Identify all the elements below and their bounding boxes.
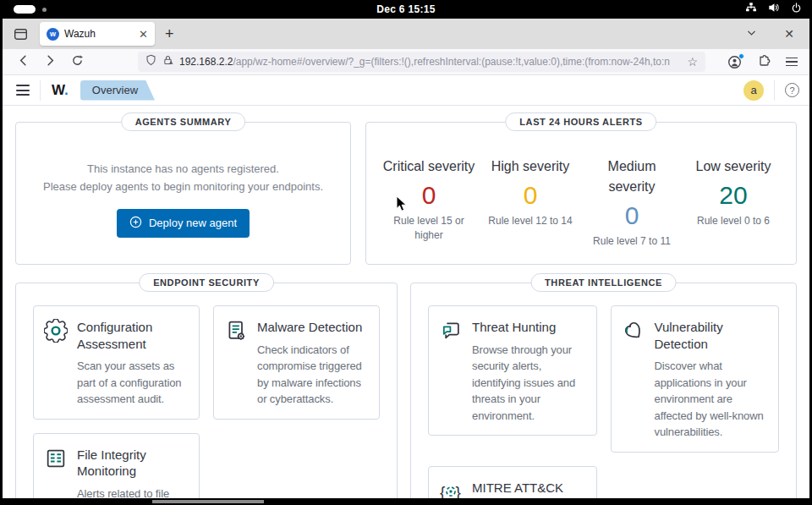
stat-sublabel: Rule level 12 to 14 xyxy=(480,214,581,228)
url-domain: 192.168.2.2 xyxy=(179,56,233,68)
threat-hunting-comment-icon xyxy=(439,317,463,424)
system-top-bar: Dec 6 15:15 xyxy=(0,0,812,19)
svg-text:}: } xyxy=(456,482,461,500)
sidebar-menu-icon[interactable] xyxy=(16,85,30,96)
user-avatar[interactable]: a xyxy=(743,80,764,101)
url-text[interactable]: 192.168.2.2/app/wz-home#/overview/?_g=(f… xyxy=(179,56,681,68)
card-description: Discover what applications in your envir… xyxy=(655,358,769,441)
card-title: File Integrity Monitoring xyxy=(77,447,189,480)
card-title: Malware Detection xyxy=(257,319,369,336)
scrollbar-thumb[interactable] xyxy=(152,500,264,503)
stat-label: Medium severity xyxy=(584,156,679,197)
card-title: Configuration Assessment xyxy=(77,319,189,352)
tab-title: Wazuh xyxy=(64,28,134,40)
agents-summary-panel: AGENTS SUMMARY This instance has no agen… xyxy=(15,122,351,265)
mouse-cursor xyxy=(396,195,408,212)
browser-toolbar: 192.168.2.2/app/wz-home#/overview/?_g=(f… xyxy=(3,49,809,75)
threat-intelligence-panel: THREAT INTELLIGENCE Threat Hunting Brows… xyxy=(410,283,797,505)
stat-value[interactable]: 0 xyxy=(581,200,683,232)
malware-document-icon xyxy=(224,317,248,408)
stat-value[interactable]: 0 xyxy=(378,179,480,211)
agents-summary-badge: AGENTS SUMMARY xyxy=(121,113,246,131)
last-24-hours-alerts-panel: LAST 24 HOURS ALERTS Critical severity 0… xyxy=(365,122,797,265)
stat-sublabel: Rule level 15 or higher xyxy=(378,214,480,244)
endpoint-security-panel: ENDPOINT SECURITY Configuration Assessme… xyxy=(15,283,398,505)
vulnerability-heart-icon xyxy=(622,317,645,441)
browser-tab-bar: w Wazuh ✕ + ✕ xyxy=(3,19,809,49)
window-close-icon[interactable]: ✕ xyxy=(784,27,794,41)
extensions-icon[interactable] xyxy=(757,53,771,70)
insecure-lock-icon[interactable] xyxy=(162,54,173,69)
account-button[interactable] xyxy=(727,55,742,69)
header-divider xyxy=(774,80,775,101)
app-menu-icon[interactable] xyxy=(786,58,798,67)
stat-value[interactable]: 0 xyxy=(480,179,581,211)
new-tab-button[interactable]: + xyxy=(165,26,174,41)
card-title: Threat Hunting xyxy=(472,319,586,336)
stat-low-severity: Low severity 20 Rule level 0 to 6 xyxy=(683,156,784,249)
configuration-gear-icon xyxy=(44,317,68,408)
wazuh-logo[interactable]: W. xyxy=(52,82,69,99)
no-agents-message-line2: Please deploy agents to begin monitoring… xyxy=(43,178,323,196)
file-integrity-table-icon xyxy=(44,445,68,505)
card-vulnerability-detection[interactable]: Vulnerability Detection Discover what ap… xyxy=(611,305,780,453)
svg-text:{: { xyxy=(440,482,446,500)
url-path: /app/wz-home#/overview/?_g=(filters:!(),… xyxy=(233,56,670,68)
header-divider xyxy=(40,80,41,101)
browser-tab-wazuh[interactable]: w Wazuh ✕ xyxy=(40,22,155,46)
stat-label: Low severity xyxy=(686,156,781,177)
volume-icon xyxy=(768,2,780,17)
list-tabs-chevron-icon[interactable] xyxy=(746,27,757,41)
workspace-dot xyxy=(42,8,47,12)
plus-circle-icon xyxy=(129,216,142,231)
stat-label: High severity xyxy=(483,156,578,177)
alerts-badge: LAST 24 HOURS ALERTS xyxy=(505,113,656,131)
forward-button[interactable] xyxy=(38,54,62,69)
system-tray[interactable] xyxy=(745,0,802,19)
bookmark-star-icon[interactable]: ☆ xyxy=(687,56,698,68)
stat-high-severity: High severity 0 Rule level 12 to 14 xyxy=(480,156,581,249)
card-configuration-assessment[interactable]: Configuration Assessment Scan your asset… xyxy=(33,305,200,420)
tracking-shield-icon[interactable] xyxy=(145,54,156,69)
card-threat-hunting[interactable]: Threat Hunting Browse through your secur… xyxy=(428,305,597,436)
back-button[interactable] xyxy=(11,54,35,69)
breadcrumb-overview[interactable]: Overview xyxy=(80,80,155,101)
card-file-integrity-monitoring[interactable]: File Integrity Monitoring Alerts related… xyxy=(33,433,200,505)
card-malware-detection[interactable]: Malware Detection Check indicators of co… xyxy=(213,305,380,420)
firefox-view-button[interactable] xyxy=(9,23,31,45)
help-icon[interactable]: ? xyxy=(785,83,799,97)
wired-network-icon xyxy=(745,2,757,17)
url-bar[interactable]: 192.168.2.2/app/wz-home#/overview/?_g=(f… xyxy=(138,52,705,72)
deploy-new-agent-button[interactable]: Deploy new agent xyxy=(117,209,250,238)
card-description: Browse through your security alerts, ide… xyxy=(472,342,586,425)
power-icon xyxy=(791,2,802,17)
threat-intelligence-badge: THREAT INTELLIGENCE xyxy=(530,273,677,292)
stat-value[interactable]: 20 xyxy=(683,179,784,211)
endpoint-security-badge: ENDPOINT SECURITY xyxy=(139,273,274,292)
screen-bottom-edge xyxy=(0,498,812,505)
card-title: MITRE ATT&CK xyxy=(472,480,586,497)
wazuh-header: W. Overview a ? xyxy=(3,75,809,106)
overview-page: AGENTS SUMMARY This instance has no agen… xyxy=(3,106,809,505)
card-description: Scan your assets as part of a configurat… xyxy=(77,358,189,408)
tab-close-icon[interactable]: ✕ xyxy=(139,29,148,40)
stat-critical-severity: Critical severity 0 Rule level 15 or hig… xyxy=(378,156,480,249)
clock[interactable]: Dec 6 15:15 xyxy=(376,3,435,15)
workspace-indicator[interactable] xyxy=(14,0,47,19)
stat-label: Critical severity xyxy=(381,156,476,177)
card-title: Vulnerability Detection xyxy=(655,319,769,352)
card-description: Check indicators of compromise triggered… xyxy=(257,342,369,408)
account-notification-dot xyxy=(738,53,744,59)
stat-sublabel: Rule level 7 to 11 xyxy=(581,234,683,249)
reload-button[interactable] xyxy=(65,54,89,69)
no-agents-message-line1: This instance has no agents registered. xyxy=(87,161,279,178)
workspace-active-pill xyxy=(14,5,36,14)
stat-sublabel: Rule level 0 to 6 xyxy=(683,214,784,228)
wazuh-favicon: w xyxy=(47,28,59,41)
stat-medium-severity: Medium severity 0 Rule level 7 to 11 xyxy=(581,156,683,249)
